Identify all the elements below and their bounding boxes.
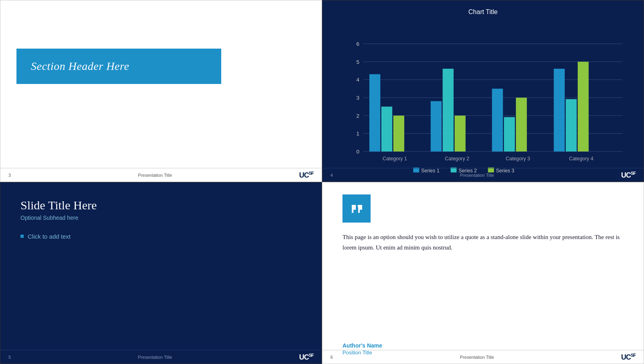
slide-5-ucsf-logo: UCSF [299,353,314,362]
svg-text:5: 5 [357,59,360,65]
svg-rect-28 [566,99,577,151]
slide-6: " " This page is an option should you wi… [322,182,644,364]
slide-5-pres-title: Presentation Title [138,355,172,360]
svg-rect-27 [554,69,565,151]
bullet-square [20,235,24,238]
slide-6-content: " " This page is an option should you wi… [322,182,644,364]
slide-6-footer: 6 Presentation Title UCSF [322,350,644,364]
slide-6-pres-title: Presentation Title [460,355,494,360]
slide-3-pres-title: Presentation Title [138,173,172,178]
svg-text:Category 4: Category 4 [569,156,593,162]
svg-text:3: 3 [357,95,360,101]
svg-text:0: 0 [357,149,360,155]
section-header-bar: Section Header Here [16,49,221,84]
chart-svg: 6 5 4 3 2 1 0 Category 1 [338,20,628,178]
quote-icon: " " [349,201,364,216]
svg-rect-25 [516,98,527,151]
slide-5-title: Slide Title Here [20,198,302,212]
slide-3-ucsf-logo: UCSF [299,171,314,180]
svg-text:": " [351,203,356,213]
slide-3-page-num: 3 [8,173,11,178]
author-name: Author's Name [342,342,624,349]
slide-4-page-num: 4 [330,173,333,178]
svg-text:Category 2: Category 2 [445,156,469,162]
slide-4-footer: 4 Presentation Title UCSF [322,168,644,182]
slide-5-body-text: Click to add text [28,233,71,240]
svg-text:6: 6 [357,41,360,47]
svg-rect-24 [504,117,515,151]
slide-5-footer: 5 Presentation Title UCSF [0,350,322,364]
slide-4: Chart Title 6 5 4 3 2 1 0 [322,0,644,182]
slide-5-page-num: 5 [8,355,11,360]
svg-rect-19 [431,101,442,151]
svg-text:1: 1 [357,131,360,137]
slide-3-footer: 3 Presentation Title UCSF [0,168,322,182]
svg-rect-17 [393,116,404,151]
section-header-title: Section Header Here [31,60,207,73]
slide-4-pres-title: Presentation Title [460,173,494,178]
slide-5-subhead: Optional Subhead here [20,215,302,221]
slide-6-ucsf-logo: UCSF [621,353,636,362]
svg-rect-20 [442,69,453,151]
svg-text:Category 1: Category 1 [383,156,407,162]
svg-rect-16 [381,106,392,151]
svg-rect-21 [454,116,465,151]
slide-6-page-num: 6 [330,355,333,360]
slide-3: Section Header Here 3 Presentation Title… [0,0,322,182]
slide-5: Slide Title Here Optional Subhead here C… [0,182,322,364]
quote-text: This page is an option should you wish t… [342,232,624,333]
svg-rect-29 [578,62,589,151]
slide-5-body: Click to add text [20,233,302,240]
quote-icon-box: " " [342,194,371,223]
chart-title: Chart Title [338,8,628,16]
svg-text:": " [357,203,361,213]
slide-5-content: Slide Title Here Optional Subhead here C… [0,182,322,364]
svg-rect-23 [492,89,503,151]
chart-area: Chart Title 6 5 4 3 2 1 0 [322,0,644,182]
svg-text:Category 3: Category 3 [506,156,530,162]
chart-container: 6 5 4 3 2 1 0 Category 1 [338,20,628,178]
svg-rect-15 [369,74,380,151]
svg-text:2: 2 [357,113,360,119]
svg-text:4: 4 [357,77,360,83]
slide-4-ucsf-logo: UCSF [621,171,636,180]
